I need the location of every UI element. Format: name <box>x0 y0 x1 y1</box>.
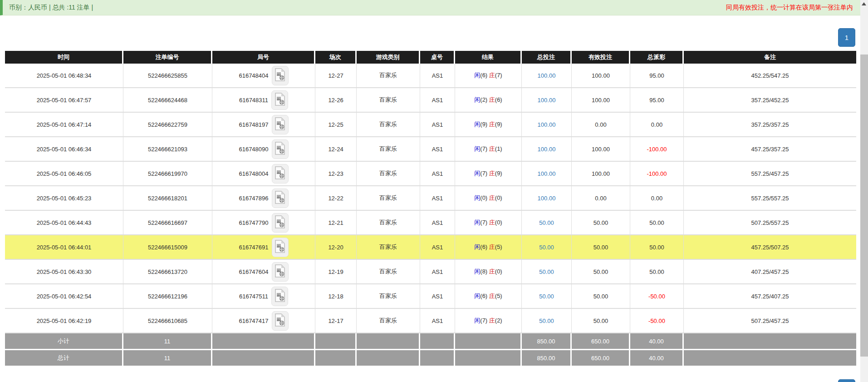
cell-payout: -100.00 <box>630 162 684 186</box>
total-bet-link[interactable]: 50.00 <box>539 318 554 324</box>
round-number: 616747790 <box>239 219 268 226</box>
cell-round: 616748004 <box>212 162 315 186</box>
pagination-page-1-top[interactable]: 1 <box>838 28 855 47</box>
cell-bet-id: 522466625855 <box>123 64 212 88</box>
payout-text: 0.00 <box>651 195 662 202</box>
total-bet-link[interactable]: 100.00 <box>538 121 556 128</box>
arrow-up-icon[interactable] <box>862 2 866 5</box>
cell-bet-id-text: 522466612196 <box>148 293 187 300</box>
total-bet-link[interactable]: 100.00 <box>538 146 556 153</box>
cell-table-id-text: AS1 <box>432 219 443 226</box>
cell-remark: 357.25/452.25 <box>684 88 856 113</box>
cell-session: 12-27 <box>315 64 357 88</box>
total-bet-link[interactable]: 50.00 <box>539 244 554 251</box>
replay-button[interactable] <box>272 115 289 134</box>
round-cell: 616747604 <box>214 262 313 282</box>
scrollbar-thumb[interactable] <box>860 55 868 357</box>
cell-game-type: 百家乐 <box>357 309 420 333</box>
replay-button[interactable] <box>272 139 289 159</box>
round-number: 616748090 <box>239 146 268 153</box>
pagination-page-1-bottom[interactable]: 1 <box>838 379 855 382</box>
cell-time: 2025-05-01 06:45:23 <box>5 186 123 211</box>
cell-time-text: 2025-05-01 06:44:01 <box>37 244 92 251</box>
total-label: 小计 <box>5 333 123 350</box>
cell-valid-bet: 50.00 <box>572 284 630 309</box>
vertical-scrollbar[interactable] <box>860 0 868 382</box>
result-player-score: (6) <box>480 243 487 250</box>
cell-game-type: 百家乐 <box>357 260 420 284</box>
cell-session-text: 12-20 <box>328 244 343 251</box>
cell-time: 2025-05-01 06:42:19 <box>5 309 123 333</box>
cell-valid-bet-text: 50.00 <box>593 268 608 275</box>
cell-payout: -50.00 <box>630 284 684 309</box>
result-banker-label: 庄 <box>489 219 495 226</box>
cell-session-text: 12-23 <box>328 170 343 177</box>
cell-game-type: 百家乐 <box>357 162 420 186</box>
result-player-score: (2) <box>480 96 487 103</box>
payout-sum: 40.00 <box>630 350 684 367</box>
replay-button[interactable] <box>272 66 289 85</box>
result-banker-score: (7) <box>495 72 502 79</box>
cell-valid-bet-text: 0.00 <box>595 121 606 128</box>
result-banker-score: (9) <box>495 170 502 177</box>
replay-button[interactable] <box>272 262 289 282</box>
replay-button[interactable] <box>272 311 289 331</box>
cell-total-bet: 100.00 <box>522 113 572 137</box>
cell-valid-bet-text: 100.00 <box>592 170 610 177</box>
payout-text: 50.00 <box>649 268 664 275</box>
cell-total-bet: 50.00 <box>522 260 572 284</box>
cell-bet-id-text: 522466610685 <box>148 318 187 324</box>
replay-button[interactable] <box>271 90 288 110</box>
cell-valid-bet: 0.00 <box>572 113 630 137</box>
payout-text: -50.00 <box>648 293 665 300</box>
total-bet-link[interactable]: 50.00 <box>539 293 554 300</box>
cell-game-type-text: 百家乐 <box>379 96 397 103</box>
replay-button[interactable] <box>272 213 289 233</box>
total-bet-link[interactable]: 100.00 <box>538 97 556 104</box>
cell-result: 闲(6) 庄(5) <box>455 284 522 309</box>
replay-button[interactable] <box>271 287 288 306</box>
total-bet-link[interactable]: 50.00 <box>539 219 554 226</box>
cell-remark-text: 457.25/507.25 <box>751 244 789 251</box>
cell-bet-id-text: 522466619970 <box>148 170 187 177</box>
replay-button[interactable] <box>272 164 289 184</box>
cell-session: 12-20 <box>315 235 357 260</box>
column-header: 注单编号 <box>123 51 212 64</box>
cell-bet-id: 522466610685 <box>123 309 212 333</box>
cell-remark: 457.25/407.25 <box>684 284 856 309</box>
cell-game-type-text: 百家乐 <box>379 219 397 226</box>
cell-table-id: AS1 <box>420 186 455 211</box>
total-count-text: 11 <box>164 338 171 345</box>
video-file-icon <box>275 93 285 107</box>
replay-button[interactable] <box>272 238 289 257</box>
cell-table-id: AS1 <box>420 260 455 284</box>
cell-table-id: AS1 <box>420 162 455 186</box>
table-row: 2025-05-01 06:48:34522466625855616748404… <box>5 64 856 88</box>
table-row: 2025-05-01 06:42:19522466610685616747417… <box>5 309 856 333</box>
cell-time: 2025-05-01 06:46:34 <box>5 137 123 162</box>
total-bet-link[interactable]: 100.00 <box>538 170 556 177</box>
cell-time: 2025-05-01 06:43:30 <box>5 260 123 284</box>
cell-bet-id: 522466615009 <box>123 235 212 260</box>
total-empty-session <box>315 350 357 367</box>
cell-table-id: AS1 <box>420 64 455 88</box>
cell-result: 闲(9) 庄(9) <box>455 113 522 137</box>
column-header: 场次 <box>315 51 357 64</box>
round-cell: 616748197 <box>214 115 313 134</box>
round-cell: 616748311 <box>214 90 313 110</box>
replay-button[interactable] <box>272 189 289 208</box>
cell-bet-id-text: 522466624468 <box>148 97 187 104</box>
cell-valid-bet-text: 0.00 <box>595 195 606 202</box>
total-bet-link[interactable]: 100.00 <box>538 72 556 79</box>
cell-remark: 557.25/457.25 <box>684 162 856 186</box>
cell-time: 2025-05-01 06:44:01 <box>5 235 123 260</box>
total-bet-link[interactable]: 100.00 <box>538 195 556 202</box>
valid-bet-sum: 650.00 <box>572 350 630 367</box>
total-bet-link[interactable]: 50.00 <box>539 268 554 275</box>
cell-table-id-text: AS1 <box>432 318 443 324</box>
cell-payout: 50.00 <box>630 260 684 284</box>
cell-table-id: AS1 <box>420 309 455 333</box>
cell-game-type-text: 百家乐 <box>379 145 397 152</box>
cell-table-id-text: AS1 <box>432 146 443 153</box>
round-number: 616748004 <box>239 170 268 177</box>
